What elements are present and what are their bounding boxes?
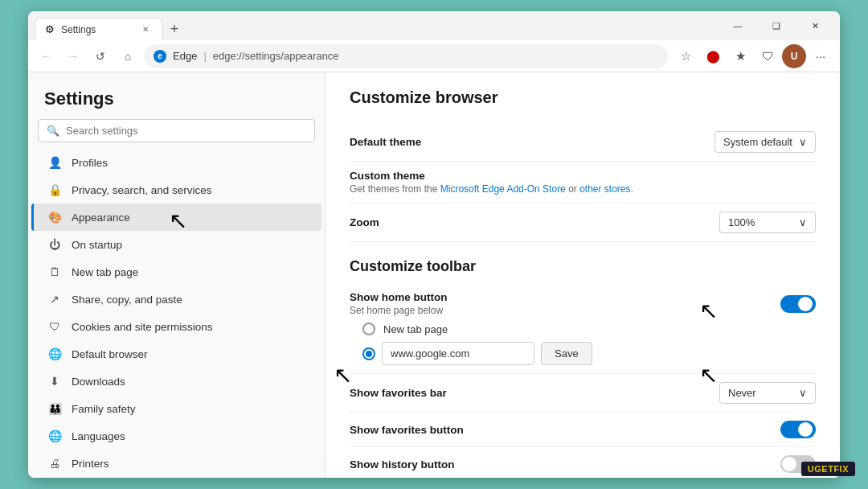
appearance-icon: 🎨 <box>47 210 62 224</box>
sidebar-item-cookies[interactable]: 🛡 Cookies and site permissions <box>31 313 321 340</box>
show-history-toggle-thumb <box>782 457 796 471</box>
show-home-sublabel: Set home page below <box>350 305 447 316</box>
show-favorites-btn-label: Show favorites button <box>350 424 464 436</box>
close-button[interactable]: ✕ <box>796 13 833 39</box>
section-title-customize-toolbar: Customize toolbar <box>350 258 816 275</box>
default-theme-dropdown[interactable]: System default ∨ <box>714 131 816 153</box>
custom-theme-label: Custom theme <box>350 170 633 182</box>
sidebar-item-printers[interactable]: 🖨 Printers <box>31 450 321 477</box>
show-favorites-btn-row: Show favorites button <box>350 413 816 447</box>
profile-avatar[interactable]: U <box>782 44 806 68</box>
sidebar-label-cookies: Cookies and site permissions <box>72 321 213 333</box>
share-icon: ↗ <box>47 292 62 306</box>
search-input[interactable] <box>66 125 306 137</box>
show-favorites-btn-toggle[interactable] <box>780 421 816 438</box>
home-button[interactable]: ⌂ <box>117 45 139 68</box>
languages-icon: 🌐 <box>47 429 62 443</box>
sidebar-label-appearance: Appearance <box>72 212 130 224</box>
printers-icon: 🖨 <box>47 456 62 471</box>
profiles-icon: 👤 <box>47 155 62 170</box>
forward-button[interactable]: → <box>62 45 84 68</box>
sidebar-title: Settings <box>28 72 325 119</box>
window-controls: — ❑ ✕ <box>719 13 833 39</box>
favorites-icon[interactable]: ☆ <box>673 43 698 69</box>
downloads-icon: ⬇ <box>47 374 62 388</box>
toolbar-icons: ☆ ⬤ ★ 🛡 U ··· <box>673 43 833 69</box>
save-button[interactable]: Save <box>541 342 592 365</box>
maximize-button[interactable]: ❑ <box>758 13 795 39</box>
browser-window: ⚙ Settings ✕ + — ❑ ✕ ← → ↺ ⌂ e Edge | e <box>28 11 840 478</box>
show-favorites-bar-row: Show favorites bar Never ∨ <box>350 374 816 413</box>
refresh-button[interactable]: ↺ <box>89 45 112 68</box>
newtab-icon: 🗒 <box>47 265 62 279</box>
title-bar: ⚙ Settings ✕ + — ❑ ✕ <box>28 11 840 40</box>
sidebar-item-default-browser[interactable]: 🌐 Default browser <box>31 340 321 368</box>
edge-logo-icon: e <box>154 50 166 63</box>
sidebar-item-newtab[interactable]: 🗒 New tab page <box>31 258 321 286</box>
search-icon: 🔍 <box>47 125 59 137</box>
radio-newtab[interactable]: New tab page <box>362 323 448 335</box>
sidebar-item-languages[interactable]: 🌐 Languages <box>31 422 321 450</box>
sidebar-item-downloads[interactable]: ⬇ Downloads <box>31 368 321 395</box>
zoom-value: 100% <box>728 216 755 228</box>
startup-icon: ⏻ <box>47 237 62 252</box>
sidebar-item-appearance[interactable]: 🎨 Appearance <box>31 203 321 231</box>
tab-title: Settings <box>61 24 96 35</box>
sidebar-label-downloads: Downloads <box>72 376 125 388</box>
sidebar-label-profiles: Profiles <box>72 157 108 169</box>
home-page-radio-group: New tab page <box>362 323 448 335</box>
show-history-row: Show history button <box>350 447 816 478</box>
favorites-bar-chevron-icon: ∨ <box>799 387 807 399</box>
default-theme-value: System default <box>723 136 792 148</box>
show-home-toggle-thumb <box>798 297 813 311</box>
sidebar-item-startup[interactable]: ⏻ On startup <box>31 231 321 258</box>
home-url-input[interactable] <box>382 342 534 365</box>
sidebar-item-privacy[interactable]: 🔒 Privacy, search, and services <box>31 176 321 203</box>
sidebar-label-privacy: Privacy, search, and services <box>72 184 212 196</box>
cookies-icon: 🛡 <box>47 319 62 334</box>
other-stores-link[interactable]: other stores <box>579 183 630 195</box>
active-tab[interactable]: ⚙ Settings ✕ <box>35 18 163 40</box>
settings-tab-icon: ⚙ <box>45 23 55 35</box>
tab-close-button[interactable]: ✕ <box>138 23 153 37</box>
show-home-label: Show home button <box>350 291 447 303</box>
url-separator: | <box>203 50 206 62</box>
opera-icon[interactable]: ⬤ <box>700 43 726 69</box>
zoom-dropdown[interactable]: 100% ∨ <box>719 212 816 233</box>
browser-essentials-icon[interactable]: 🛡 <box>755 43 780 69</box>
sidebar-label-startup: On startup <box>72 239 122 251</box>
sidebar-item-profiles[interactable]: 👤 Profiles <box>31 149 321 176</box>
custom-theme-row: Custom theme Get themes from the Microso… <box>350 162 816 203</box>
sidebar-item-family[interactable]: 👪 Family safety <box>31 395 321 422</box>
sidebar-item-share[interactable]: ↗ Share, copy, and paste <box>31 286 321 313</box>
ugetfix-watermark: UGETFIX <box>801 462 855 476</box>
zoom-chevron-icon: ∨ <box>799 216 807 228</box>
sidebar-label-share: Share, copy, and paste <box>72 294 182 306</box>
settings-more-icon[interactable]: ··· <box>808 43 833 69</box>
search-box[interactable]: 🔍 <box>38 119 315 142</box>
section-title-customize-browser: Customize browser <box>350 88 816 107</box>
show-home-toggle[interactable] <box>780 295 816 313</box>
show-history-label: Show history button <box>350 458 455 471</box>
sidebar-label-newtab: New tab page <box>72 266 138 278</box>
url-text: edge://settings/appearance <box>213 50 339 62</box>
radio-newtab-circle <box>362 323 375 335</box>
url-edge-label: Edge <box>173 50 197 62</box>
show-favorites-bar-dropdown[interactable]: Never ∨ <box>719 382 816 404</box>
edge-addon-store-link[interactable]: Microsoft Edge Add-On Store <box>440 183 566 195</box>
minimize-button[interactable]: — <box>719 13 756 39</box>
family-icon: 👪 <box>47 401 62 416</box>
sidebar-label-languages: Languages <box>72 430 125 442</box>
show-favorites-bar-label: Show favorites bar <box>350 387 447 399</box>
default-browser-icon: 🌐 <box>47 347 62 361</box>
collections-icon[interactable]: ★ <box>727 43 753 69</box>
show-home-row: Show home button Set home page below New… <box>350 283 816 374</box>
sidebar-label-printers: Printers <box>72 458 109 470</box>
radio-url-circle[interactable] <box>362 347 375 360</box>
main-content: Settings 🔍 👤 Profiles 🔒 Privacy, search,… <box>28 72 840 478</box>
new-tab-button[interactable]: + <box>163 18 186 40</box>
back-button[interactable]: ← <box>35 45 57 68</box>
url-bar[interactable]: e Edge | edge://settings/appearance <box>144 44 668 68</box>
sidebar-item-system[interactable]: 💻 System <box>31 477 321 478</box>
sidebar-label-family: Family safety <box>72 403 136 415</box>
